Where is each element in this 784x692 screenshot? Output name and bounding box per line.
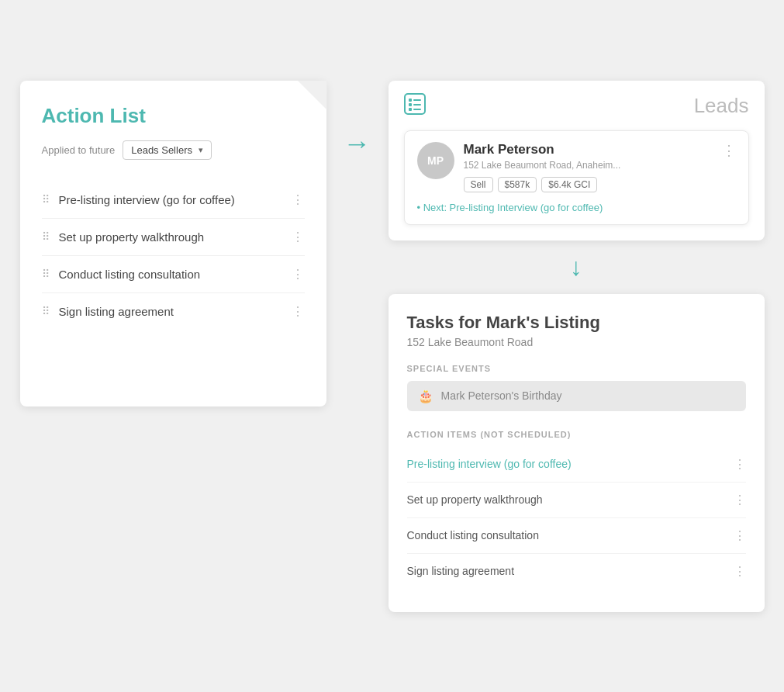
task-item-row: Pre-listing interview (go for coffee) ⋮ <box>407 447 746 483</box>
task-item-text: Sign listing agreement <box>407 565 515 577</box>
svg-rect-5 <box>413 104 421 106</box>
tasks-title: Tasks for Mark's Listing <box>407 313 746 333</box>
contact-header: MP Mark Peterson 152 Lake Beaumont Road,… <box>417 142 736 192</box>
leads-card: Leads MP Mark Peterson 152 Lake Beaumont… <box>389 81 765 240</box>
drag-handle-icon[interactable]: ⠿ <box>42 305 50 317</box>
more-options-icon[interactable]: ⋮ <box>292 267 305 282</box>
more-options-icon[interactable]: ⋮ <box>292 304 305 319</box>
next-action: • Next: Pre-listing Interview (go for co… <box>417 202 736 213</box>
leads-title: Leads <box>694 94 749 118</box>
arrow-right-icon: → <box>344 127 371 160</box>
more-options-icon[interactable]: ⋮ <box>292 230 305 244</box>
drag-handle-icon[interactable]: ⠿ <box>42 268 50 280</box>
action-list-title: Action List <box>42 104 305 128</box>
task-item-row: Set up property walkthrough ⋮ <box>407 483 746 518</box>
gci-tag: $6.4k GCI <box>541 177 597 192</box>
task-item-row: Conduct listing consultation ⋮ <box>407 518 746 554</box>
leads-header: Leads <box>404 93 749 119</box>
price-tag: $587k <box>498 177 537 192</box>
action-items-label: ACTION ITEMS (NOT SCHEDULED) <box>407 430 746 439</box>
svg-rect-6 <box>413 109 421 110</box>
drag-handle-icon[interactable]: ⠿ <box>42 230 50 243</box>
contact-name: Mark Peterson <box>464 142 713 157</box>
contact-address: 152 Lake Beaumont Road, Anaheim... <box>464 160 713 171</box>
task-item-text: Pre-listing interview (go for coffee) <box>407 458 572 470</box>
action-items-list: ⠿ Pre-listing interview (go for coffee) … <box>42 182 305 330</box>
applied-label: Applied to future <box>42 144 116 156</box>
action-items-section: ACTION ITEMS (NOT SCHEDULED) Pre-listing… <box>407 430 746 589</box>
list-icon <box>404 93 426 119</box>
task-item-text: Set up property walkthrough <box>407 493 543 506</box>
arrow-down-icon: ↓ <box>570 253 582 282</box>
tasks-address: 152 Lake Beaumont Road <box>407 336 746 348</box>
action-item-text: Pre-listing interview (go for coffee) <box>59 193 235 206</box>
more-options-icon[interactable]: ⋮ <box>292 192 305 207</box>
contact-card: MP Mark Peterson 152 Lake Beaumont Road,… <box>404 130 749 225</box>
svg-rect-3 <box>409 108 412 111</box>
action-list-card: Action List Applied to future Leads Sell… <box>20 81 326 407</box>
action-item-row: ⠿ Set up property walkthrough ⋮ <box>42 219 305 256</box>
contact-info: Mark Peterson 152 Lake Beaumont Road, An… <box>464 142 713 192</box>
leads-sellers-dropdown[interactable]: Leads Sellers ▾ <box>123 140 212 160</box>
birthday-icon: 🎂 <box>418 389 433 403</box>
svg-rect-1 <box>409 99 412 102</box>
tasks-card: Tasks for Mark's Listing 152 Lake Beaumo… <box>389 294 765 612</box>
contact-tags: Sell $587k $6.4k GCI <box>464 177 713 192</box>
task-more-options-icon[interactable]: ⋮ <box>734 564 746 579</box>
special-events-label: SPECIAL EVENTS <box>407 364 746 373</box>
drag-handle-icon[interactable]: ⠿ <box>42 193 50 206</box>
avatar: MP <box>417 142 454 179</box>
sell-tag: Sell <box>464 177 493 192</box>
svg-rect-2 <box>409 103 412 106</box>
right-panel: Leads MP Mark Peterson 152 Lake Beaumont… <box>389 81 765 612</box>
task-item-text: Conduct listing consultation <box>407 529 539 541</box>
birthday-text: Mark Peterson's Birthday <box>441 389 562 402</box>
action-item-text: Sign listing agreement <box>59 305 174 318</box>
task-more-options-icon[interactable]: ⋮ <box>734 493 746 507</box>
svg-rect-4 <box>413 99 421 101</box>
action-item-row: ⠿ Pre-listing interview (go for coffee) … <box>42 182 305 219</box>
birthday-row: 🎂 Mark Peterson's Birthday <box>407 381 746 411</box>
task-more-options-icon[interactable]: ⋮ <box>734 528 746 543</box>
task-more-options-icon[interactable]: ⋮ <box>734 457 746 472</box>
contact-more-options-icon[interactable]: ⋮ <box>722 142 736 159</box>
chevron-down-icon: ▾ <box>199 145 203 155</box>
dropdown-value: Leads Sellers <box>131 144 192 156</box>
applied-row: Applied to future Leads Sellers ▾ <box>42 140 305 160</box>
action-item-row: ⠿ Conduct listing consultation ⋮ <box>42 256 305 293</box>
arrow-right-container: → <box>326 81 389 160</box>
action-item-text: Set up property walkthrough <box>59 230 205 244</box>
arrow-down-container: ↓ <box>570 240 582 294</box>
action-item-text: Conduct listing consultation <box>59 268 201 281</box>
task-item-row: Sign listing agreement ⋮ <box>407 554 746 589</box>
action-item-row: ⠿ Sign listing agreement ⋮ <box>42 293 305 330</box>
